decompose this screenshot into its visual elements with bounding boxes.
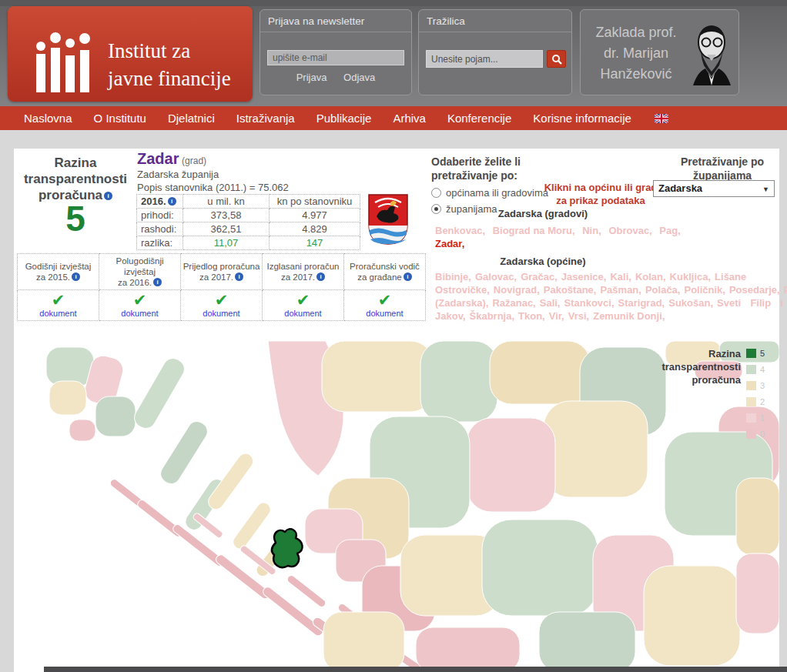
site-title: Institut za javne financije: [108, 37, 231, 92]
newsletter-logout-link[interactable]: Odjava: [343, 72, 375, 83]
municipality-link[interactable]: Polača,: [645, 284, 681, 296]
municipality-link[interactable]: Kukljica,: [670, 271, 711, 283]
legend-item-0: 0: [746, 430, 765, 439]
entity-name-link[interactable]: Zadar: [137, 150, 179, 167]
site-logo[interactable]: Institut za javne financije: [8, 6, 253, 102]
legend-swatch: [746, 413, 756, 423]
county-select[interactable]: Zadarska ▼: [653, 180, 775, 197]
municipality-link[interactable]: Posedarje,: [729, 284, 780, 296]
check-icon: ✔: [344, 293, 425, 308]
check-icon: ✔: [181, 293, 262, 308]
legend-item-5: 5: [746, 349, 765, 358]
newsletter-links: Prijava Odjava: [260, 72, 411, 83]
document-link[interactable]: dokument: [181, 309, 262, 318]
info-icon[interactable]: i: [404, 272, 412, 281]
city-link-zadar-active[interactable]: Zadar,: [435, 238, 464, 249]
document-link[interactable]: dokument: [263, 309, 343, 318]
municipality-link[interactable]: Stankovci,: [564, 297, 615, 309]
header: Institut za javne financije Prijava na n…: [0, 6, 787, 106]
municipality-link[interactable]: Pakoštane,: [544, 284, 597, 296]
nav-korisne-informacije[interactable]: Korisne informacije: [533, 112, 631, 125]
table-row: razlika: 11,07 147: [137, 236, 360, 250]
municipality-link[interactable]: Pašman,: [600, 284, 641, 296]
city-link-obrovac[interactable]: Obrovac,: [608, 225, 651, 236]
budget-col-percapita: kn po stanovniku: [270, 195, 360, 209]
municipality-link[interactable]: Zemunik Donji,: [593, 310, 665, 322]
city-link-benkovac[interactable]: Benkovac,: [435, 225, 485, 236]
table-row: rashodi: 362,51 4.829: [137, 222, 360, 236]
info-icon[interactable]: i: [235, 272, 243, 281]
nav-istrazivanja[interactable]: Istraživanja: [236, 112, 295, 125]
municipality-link[interactable]: Vir,: [549, 310, 564, 322]
municipality-link[interactable]: Vrsi,: [568, 310, 589, 322]
city-link-pag[interactable]: Pag,: [659, 225, 680, 236]
legend-swatch: [746, 349, 756, 358]
check-icon: ✔: [18, 293, 99, 308]
municipality-link[interactable]: Sukošan,: [668, 297, 713, 309]
info-icon[interactable]: i: [104, 192, 112, 200]
nav-publikacije[interactable]: Publikacije: [316, 112, 372, 125]
document-link[interactable]: dokument: [99, 309, 180, 318]
newsletter-login-link[interactable]: Prijava: [296, 72, 327, 83]
municipality-link[interactable]: Kolan,: [635, 271, 666, 283]
legend-swatch: [746, 365, 756, 374]
doc-header: Prijedlog proračuna za 2017.i: [181, 254, 263, 290]
search-box: Tražilica: [418, 9, 572, 95]
legend-swatch: [746, 430, 756, 439]
radio-button-icon[interactable]: [431, 188, 441, 198]
map-click-hint: Klikni na općinu ili grad za prikaz poda…: [531, 181, 670, 207]
municipality-link[interactable]: Gračac,: [521, 271, 558, 283]
nav-djelatnici[interactable]: Djelatnici: [168, 112, 215, 125]
nav-konferencije[interactable]: Konferencije: [447, 112, 511, 125]
municipality-link[interactable]: Kali,: [610, 271, 631, 283]
document-link[interactable]: dokument: [344, 309, 425, 318]
nav-o-institutu[interactable]: O Institutu: [94, 112, 146, 125]
legend-item-3: 3: [746, 381, 765, 390]
magnifier-icon: [551, 54, 562, 65]
doc-header: Proračunski vodič za građanei: [344, 254, 426, 290]
map-region-zadar-highlight[interactable]: [272, 529, 303, 567]
info-icon[interactable]: i: [153, 278, 162, 286]
nav-naslovna[interactable]: Naslovna: [24, 112, 72, 125]
search-title: Tražilica: [419, 10, 571, 32]
entity-header: Zadar (grad) Zadarska županija Popis sta…: [137, 152, 289, 194]
cities-list: Benkovac, Biograd na Moru, Nin, Obrovac,…: [435, 224, 689, 250]
entity-population: Popis stanovnika (2011.) = 75.062: [137, 181, 289, 194]
transparency-score-block: Razina transparentnosti proračunai 5: [14, 155, 137, 227]
doc-header: Godišnji izvještaj za 2015.i: [18, 254, 99, 290]
newsletter-title: Prijava na newsletter: [260, 10, 411, 32]
info-icon[interactable]: i: [72, 272, 80, 281]
municipality-link[interactable]: Poličnik,: [684, 284, 725, 296]
municipality-link[interactable]: Starigrad,: [618, 297, 665, 309]
info-icon[interactable]: i: [316, 272, 325, 281]
newsletter-box: Prijava na newsletter Prijava Odjava: [260, 9, 412, 95]
municipality-link[interactable]: Tkon,: [518, 310, 545, 322]
document-link[interactable]: dokument: [18, 309, 99, 318]
municipality-link[interactable]: Novigrad,: [494, 284, 540, 296]
search-input[interactable]: [426, 50, 543, 68]
newsletter-email-input[interactable]: [267, 50, 404, 65]
city-link-biograd[interactable]: Biograd na Moru,: [493, 225, 575, 236]
cities-section-title: Zadarska (gradovi): [431, 208, 655, 219]
budget-table: 2016.i u mil. kn kn po stanovniku prihod…: [136, 194, 360, 250]
foundation-box[interactable]: Zaklada prof. dr. Marijan Hanžeković: [580, 9, 739, 95]
municipality-link[interactable]: Ražanac,: [492, 297, 535, 309]
municipality-link[interactable]: Galovac,: [475, 271, 517, 283]
search-button[interactable]: [547, 50, 566, 68]
municipality-link[interactable]: Jasenice,: [561, 271, 607, 283]
entity-type: (grad): [182, 155, 206, 166]
check-icon: ✔: [99, 293, 180, 308]
nav-arhiva[interactable]: Arhiva: [393, 112, 426, 125]
budget-year-header: 2016.i: [137, 195, 183, 209]
municipality-link[interactable]: Povljana,: [784, 284, 787, 296]
city-link-nin[interactable]: Nin,: [582, 225, 601, 236]
legend-item-4: 4: [746, 365, 765, 374]
legend-item-1: 1: [746, 413, 765, 423]
doc-header: Polugodišnji izvještaj za 2016.i: [99, 254, 181, 290]
transparency-score-value: 5: [14, 211, 137, 227]
municipality-link[interactable]: Bibinje,: [435, 271, 471, 283]
municipality-link[interactable]: Škabrnja,: [470, 310, 515, 322]
municipality-link[interactable]: Sali,: [540, 297, 561, 309]
uk-flag-icon[interactable]: [655, 114, 668, 123]
info-icon[interactable]: i: [168, 197, 176, 206]
